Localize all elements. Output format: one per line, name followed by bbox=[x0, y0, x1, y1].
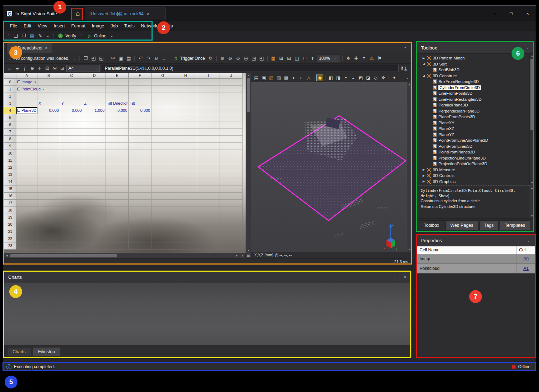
row-header[interactable]: 7 bbox=[4, 129, 16, 136]
spreadsheet-cell[interactable]: Tilt Direction bbox=[106, 100, 129, 107]
spreadsheet-cell[interactable] bbox=[60, 185, 83, 193]
spreadsheet-cell[interactable] bbox=[129, 129, 152, 136]
separator[interactable] bbox=[314, 75, 314, 80]
spreadsheet-cell[interactable] bbox=[106, 93, 129, 100]
sheet-select-button[interactable]: ▦ bbox=[245, 253, 251, 258]
spreadsheet-cell[interactable] bbox=[220, 150, 243, 157]
view-front-icon[interactable]: ◩ bbox=[357, 74, 364, 81]
spreadsheet-cell[interactable] bbox=[152, 129, 174, 136]
spreadsheet-cell[interactable] bbox=[174, 157, 197, 164]
menu-file[interactable]: File bbox=[7, 21, 20, 31]
toolbox-item[interactable]: BoxFromRectangle3D bbox=[419, 79, 529, 85]
spreadsheet-cell[interactable] bbox=[83, 150, 106, 157]
spreadsheet-cell[interactable] bbox=[174, 171, 197, 178]
spreadsheet-cell[interactable] bbox=[197, 136, 220, 143]
spreadsheet-cell[interactable] bbox=[106, 193, 129, 200]
spreadsheet-cell[interactable] bbox=[60, 157, 83, 164]
spreadsheet-cell[interactable] bbox=[220, 93, 243, 100]
column-header[interactable]: D bbox=[83, 73, 106, 79]
column-header[interactable]: B bbox=[37, 73, 60, 79]
spreadsheet-cell[interactable] bbox=[37, 121, 60, 129]
spreadsheet-cell[interactable] bbox=[16, 93, 37, 100]
spreadsheet-cell[interactable] bbox=[129, 193, 152, 200]
spreadsheet-cell[interactable] bbox=[83, 185, 106, 193]
light-icon[interactable]: ◉ bbox=[316, 74, 323, 81]
collapse-icon[interactable]: ⌄ bbox=[525, 46, 530, 50]
spreadsheet-cell[interactable] bbox=[197, 171, 220, 178]
spreadsheet-cell[interactable] bbox=[106, 185, 129, 193]
sheet-pan-button[interactable]: ▸ bbox=[240, 253, 245, 258]
new-job-icon[interactable]: ❏ bbox=[12, 32, 19, 40]
scroll-up-icon[interactable]: ▲ bbox=[529, 185, 534, 190]
spreadsheet-cell[interactable] bbox=[129, 171, 152, 178]
spreadsheet-cell[interactable] bbox=[37, 200, 60, 207]
spreadsheet-cell[interactable] bbox=[16, 171, 37, 178]
property-row[interactable]: Pointcloud A1 bbox=[417, 264, 535, 273]
spreadsheet-cell[interactable] bbox=[37, 171, 60, 178]
spreadsheet-cell[interactable] bbox=[220, 200, 243, 207]
description-scrollbar[interactable]: ▲ ▼ bbox=[529, 185, 534, 218]
spreadsheet-cell[interactable] bbox=[83, 129, 106, 136]
toolbox-item[interactable]: ▶ 3D Measure bbox=[419, 167, 529, 173]
spreadsheet-cell[interactable] bbox=[16, 136, 37, 143]
zoom-tool-icon[interactable]: ⊕ bbox=[29, 65, 36, 72]
find-icon[interactable]: ⊚ bbox=[153, 55, 160, 62]
spreadsheet-cell[interactable] bbox=[16, 200, 37, 207]
cone-render-icon[interactable]: △ bbox=[305, 74, 312, 81]
toolbar-overflow-icon[interactable]: ⌄ bbox=[45, 34, 51, 38]
spreadsheet-cell[interactable] bbox=[129, 221, 152, 228]
formula-input[interactable]: ParallelPlane3D($A$1,0,0,0,0,0,1,0) bbox=[102, 65, 399, 72]
spreadsheet-cell[interactable] bbox=[129, 185, 152, 193]
spreadsheet-cell[interactable] bbox=[83, 207, 106, 214]
spreadsheet-cell[interactable] bbox=[197, 185, 220, 193]
spreadsheet-cell[interactable] bbox=[152, 157, 174, 164]
load-image-icon[interactable]: ❐ bbox=[82, 55, 89, 62]
spreadsheet-cell[interactable] bbox=[152, 100, 174, 107]
maximize-button[interactable]: □ bbox=[503, 6, 519, 21]
view-bottom-icon[interactable]: ◒ bbox=[350, 74, 357, 81]
spreadsheet-cell[interactable] bbox=[220, 207, 243, 214]
spreadsheet-cell[interactable] bbox=[60, 121, 83, 129]
spreadsheet-cell[interactable] bbox=[83, 193, 106, 200]
structure-icon[interactable]: ≡ bbox=[360, 55, 368, 62]
separator[interactable] bbox=[267, 56, 268, 61]
spreadsheet-cell[interactable] bbox=[83, 79, 106, 86]
spreadsheet-cell[interactable] bbox=[220, 79, 243, 86]
toolbox-item[interactable]: PointFromPlanes3D bbox=[419, 149, 529, 155]
spreadsheet-cell[interactable] bbox=[16, 242, 37, 250]
spreadsheet-cell[interactable] bbox=[152, 235, 174, 242]
property-row[interactable]: Image A0 bbox=[417, 254, 535, 264]
spreadsheet-cell[interactable] bbox=[106, 164, 129, 171]
highlight-tool-icon[interactable]: ▰ bbox=[14, 65, 21, 72]
spreadsheet-cell[interactable] bbox=[129, 228, 152, 235]
spreadsheet-cell[interactable] bbox=[152, 207, 174, 214]
spreadsheet-cell[interactable] bbox=[129, 157, 152, 164]
toolbox-item[interactable]: ◢ 3D Sort bbox=[419, 61, 529, 67]
toolbox-item[interactable]: ProjectionLineOnPlane3D bbox=[419, 155, 529, 161]
spreadsheet-cell[interactable] bbox=[106, 136, 129, 143]
overflow-icon[interactable]: ⌄ bbox=[160, 55, 168, 62]
spreadsheet-cell[interactable] bbox=[197, 79, 220, 86]
toolbox-item[interactable]: PlaneYZ bbox=[419, 132, 529, 138]
close-icon[interactable]: × bbox=[402, 275, 407, 279]
row-header[interactable]: 22 bbox=[4, 235, 16, 242]
spreadsheet-cell[interactable] bbox=[83, 171, 106, 178]
snippet-icon[interactable]: ❖ bbox=[345, 55, 352, 62]
verify-button[interactable]: Verify bbox=[65, 33, 76, 38]
spreadsheet-cell[interactable] bbox=[106, 221, 129, 228]
spreadsheet-cell[interactable] bbox=[60, 86, 83, 93]
spreadsheet-cell[interactable] bbox=[220, 129, 243, 136]
toolbox-item[interactable]: LineFromPoints3D bbox=[419, 90, 529, 96]
color-map-icon[interactable]: ▧ bbox=[268, 74, 275, 81]
sphere-render-icon[interactable]: ◐ bbox=[290, 74, 297, 81]
toolbox-item[interactable]: ▶ 3D Controls bbox=[419, 173, 529, 179]
spreadsheet-cell[interactable] bbox=[152, 178, 174, 185]
cell-state-icon[interactable]: ◻ bbox=[301, 55, 308, 62]
spreadsheet-cell[interactable] bbox=[60, 214, 83, 221]
spreadsheet-cell[interactable] bbox=[152, 93, 174, 100]
spreadsheet-cell[interactable] bbox=[16, 143, 37, 150]
spreadsheet-cell[interactable] bbox=[60, 221, 83, 228]
spreadsheet-cell[interactable] bbox=[16, 164, 37, 171]
zoom-out-icon[interactable]: ⊖ bbox=[227, 55, 234, 62]
spreadsheet-cell[interactable] bbox=[197, 93, 220, 100]
